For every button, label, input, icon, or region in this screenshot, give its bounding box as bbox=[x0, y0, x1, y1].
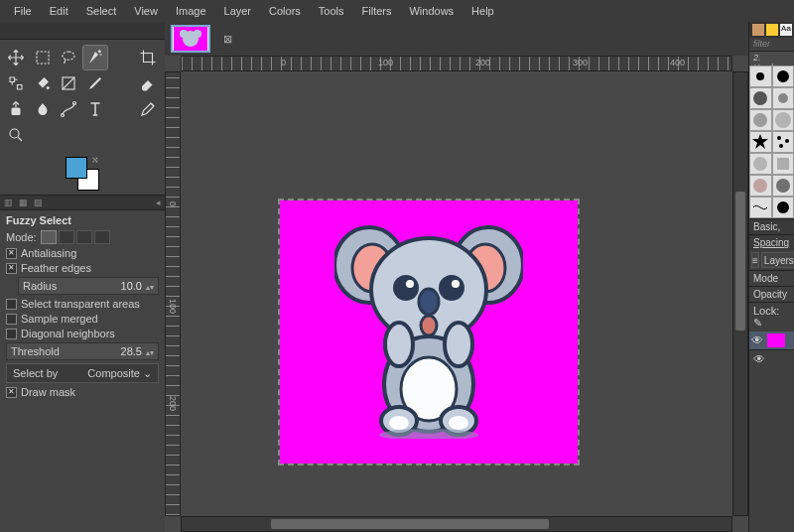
menu-view[interactable]: View bbox=[126, 2, 166, 20]
menu-layer[interactable]: Layer bbox=[216, 2, 260, 20]
fuzzy-select-tool[interactable] bbox=[83, 46, 107, 69]
brush-preset[interactable] bbox=[749, 153, 772, 175]
right-dock: Aa filter 2. Hardness Basic, Spacing ≡ L… bbox=[748, 22, 794, 532]
font-tab-icon[interactable]: Aa bbox=[780, 24, 792, 36]
brush-preset[interactable] bbox=[772, 87, 795, 109]
visibility-icon[interactable]: 👁 bbox=[753, 352, 765, 366]
spinner-icon[interactable]: ▴▾ bbox=[146, 348, 154, 357]
layer-row[interactable]: 👁 bbox=[749, 332, 794, 349]
diagonal-row[interactable]: Diagonal neighbors bbox=[6, 328, 159, 339]
transparent-row[interactable]: Select transparent areas bbox=[6, 298, 159, 310]
brush-lock-icon[interactable]: ✎ bbox=[753, 317, 762, 329]
scrollbar-thumb[interactable] bbox=[735, 192, 745, 331]
menu-filters[interactable]: Filters bbox=[354, 2, 400, 20]
paintbrush-tool[interactable] bbox=[83, 71, 107, 95]
swap-colors-icon[interactable]: ⤭ bbox=[91, 155, 99, 165]
brush-filter-input[interactable]: filter bbox=[749, 38, 794, 52]
svg-point-19 bbox=[439, 275, 464, 301]
menu-file[interactable]: File bbox=[6, 2, 40, 20]
left-dock: ⤭ ▥ ▦ ▧ ◂ Fuzzy Select Mode: Antialiasin… bbox=[0, 22, 165, 532]
mode-intersect[interactable] bbox=[94, 230, 110, 244]
image-viewport[interactable] bbox=[181, 71, 732, 516]
tab-icon[interactable]: ▥ bbox=[4, 198, 13, 207]
svg-point-25 bbox=[385, 323, 413, 366]
horizontal-ruler[interactable]: 0 100 200 300 400 bbox=[181, 56, 732, 71]
rect-select-tool[interactable] bbox=[31, 46, 55, 69]
vertical-ruler[interactable]: 0 100 200 bbox=[165, 71, 181, 516]
svg-rect-4 bbox=[12, 108, 21, 116]
path-tool[interactable] bbox=[57, 97, 80, 121]
brush-preset[interactable] bbox=[772, 153, 795, 175]
tab-close-button[interactable]: ⊠ bbox=[216, 28, 238, 50]
antialiasing-checkbox[interactable] bbox=[6, 248, 17, 259]
bucket-fill-tool[interactable] bbox=[31, 71, 55, 95]
tab-icon[interactable] bbox=[766, 24, 778, 36]
layers-tab-icon[interactable]: ≡ bbox=[751, 252, 759, 268]
text-tool[interactable] bbox=[83, 97, 107, 121]
feather-row[interactable]: Feather edges bbox=[6, 262, 159, 274]
menu-help[interactable]: Help bbox=[463, 2, 502, 20]
layer-thumbnail[interactable] bbox=[767, 333, 785, 347]
brush-preset[interactable] bbox=[749, 197, 772, 218]
free-select-tool[interactable] bbox=[57, 46, 80, 69]
diagonal-checkbox[interactable] bbox=[6, 329, 17, 339]
brush-preset[interactable] bbox=[749, 175, 772, 197]
menu-edit[interactable]: Edit bbox=[42, 2, 76, 20]
tab-icon[interactable]: ▦ bbox=[19, 198, 28, 207]
draw-mask-row[interactable]: Draw mask bbox=[6, 386, 159, 398]
antialiasing-row[interactable]: Antialiasing bbox=[6, 247, 159, 259]
sample-merged-row[interactable]: Sample merged bbox=[6, 313, 159, 325]
scrollbar-thumb[interactable] bbox=[271, 519, 549, 529]
menu-windows[interactable]: Windows bbox=[401, 2, 462, 20]
image-canvas[interactable] bbox=[280, 200, 578, 464]
transform-tool[interactable] bbox=[4, 71, 28, 95]
tab-icon[interactable] bbox=[752, 24, 764, 36]
feather-checkbox[interactable] bbox=[6, 263, 17, 274]
layer-row-2[interactable]: 👁 bbox=[749, 349, 794, 368]
visibility-icon[interactable]: 👁 bbox=[751, 333, 763, 347]
mode-add[interactable] bbox=[59, 230, 74, 244]
threshold-slider[interactable]: Threshold 28.5▴▾ bbox=[6, 342, 159, 360]
mode-label[interactable]: Mode bbox=[749, 270, 794, 286]
brush-preset[interactable] bbox=[772, 66, 795, 87]
transparent-checkbox[interactable] bbox=[6, 299, 17, 310]
menu-select[interactable]: Select bbox=[78, 2, 125, 20]
brush-preset[interactable] bbox=[772, 197, 795, 218]
tab-icon[interactable]: ▧ bbox=[34, 198, 43, 207]
layers-label[interactable]: Layers bbox=[761, 252, 794, 268]
menu-tools[interactable]: Tools bbox=[311, 2, 352, 20]
horizontal-scrollbar[interactable] bbox=[181, 516, 732, 532]
select-by-dropdown[interactable]: Select by Composite ⌄ bbox=[6, 363, 159, 383]
menu-colors[interactable]: Colors bbox=[261, 2, 309, 20]
color-picker-tool[interactable] bbox=[136, 97, 160, 121]
draw-mask-checkbox[interactable] bbox=[6, 387, 17, 398]
brush-preset[interactable] bbox=[749, 109, 772, 131]
eraser-tool[interactable] bbox=[136, 71, 160, 95]
ruler-tick: 100 bbox=[168, 299, 178, 314]
brush-preset[interactable] bbox=[749, 66, 772, 87]
dock-header bbox=[0, 22, 165, 40]
crop-tool[interactable] bbox=[136, 46, 160, 69]
move-tool[interactable] bbox=[4, 46, 28, 69]
spacing-label[interactable]: Spacing bbox=[749, 234, 794, 250]
radius-slider[interactable]: Radius 10.0▴▾ bbox=[18, 277, 159, 295]
foreground-color[interactable] bbox=[66, 157, 87, 179]
menu-image[interactable]: Image bbox=[168, 2, 214, 20]
spinner-icon[interactable]: ▴▾ bbox=[146, 283, 154, 292]
gradient-tool[interactable] bbox=[57, 71, 80, 95]
tab-menu-icon[interactable]: ◂ bbox=[156, 198, 161, 207]
brush-preset[interactable] bbox=[772, 175, 795, 197]
zoom-tool[interactable] bbox=[4, 123, 28, 147]
mode-replace[interactable] bbox=[41, 230, 57, 244]
mode-subtract[interactable] bbox=[76, 230, 92, 244]
sample-merged-checkbox[interactable] bbox=[6, 314, 17, 325]
clone-tool[interactable] bbox=[4, 97, 28, 121]
brush-preset[interactable] bbox=[749, 87, 772, 109]
brush-preset[interactable] bbox=[772, 109, 795, 131]
image-tab[interactable] bbox=[171, 25, 210, 53]
brush-preset[interactable] bbox=[772, 131, 795, 153]
opacity-label[interactable]: Opacity bbox=[749, 286, 794, 302]
vertical-scrollbar[interactable] bbox=[732, 71, 748, 516]
brush-preset[interactable] bbox=[749, 131, 772, 153]
smudge-tool[interactable] bbox=[31, 97, 55, 121]
